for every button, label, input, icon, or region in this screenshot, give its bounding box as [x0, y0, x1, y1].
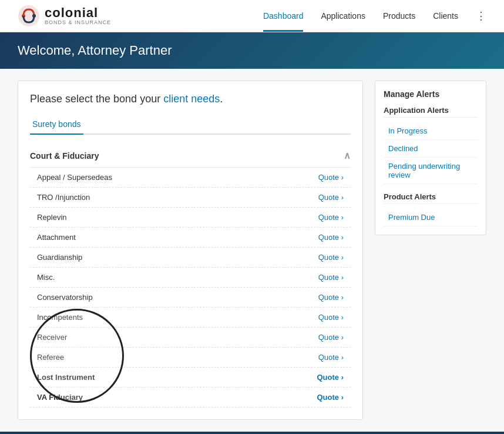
application-alert-item[interactable]: In Progress [384, 122, 478, 140]
product-alert-item[interactable]: Premium Due [384, 209, 478, 226]
bond-name: Attachment [37, 233, 76, 242]
bond-name: VA Fiduciary [37, 393, 83, 402]
svg-point-0 [18, 5, 39, 26]
quote-link[interactable]: Quote › [317, 393, 344, 402]
application-alerts-list: In ProgressDeclinedPending underwriting … [384, 122, 478, 184]
bond-name: Replevin [37, 213, 67, 222]
quote-link[interactable]: Quote › [318, 353, 344, 362]
bond-selector-panel: Please select the bond your client needs… [18, 81, 363, 420]
welcome-heading: Welcome, Attorney Partner [18, 43, 486, 58]
panel-heading: Please select the bond your client needs… [30, 93, 351, 105]
product-alerts-section: Product Alerts Premium Due [384, 192, 478, 226]
quote-link[interactable]: Quote › [318, 213, 344, 222]
logo-text: colonial BONDS & INSURANCE [45, 6, 111, 26]
hero-banner: Welcome, Attorney Partner [0, 32, 504, 69]
brand-sub: BONDS & INSURANCE [45, 20, 111, 26]
bond-item: Lost InstrumentQuote › [30, 368, 351, 388]
brand-name: colonial [45, 6, 111, 20]
bond-item: Misc.Quote › [30, 268, 351, 288]
quote-link[interactable]: Quote › [318, 293, 344, 302]
bond-name: Receiver [37, 333, 67, 342]
nav-products[interactable]: Products [383, 0, 415, 32]
bond-item: ConservatorshipQuote › [30, 288, 351, 308]
quote-link[interactable]: Quote › [318, 193, 344, 202]
bond-name: Appeal / Supersedeas [37, 173, 112, 182]
bond-name: Guardianship [37, 253, 82, 262]
bond-name: Referee [37, 353, 64, 362]
logo-icon [18, 5, 40, 27]
header: colonial BONDS & INSURANCE Dashboard App… [0, 0, 504, 32]
bond-name: Misc. [37, 273, 55, 282]
bond-name: Incompetents [37, 313, 83, 322]
application-alert-item[interactable]: Declined [384, 140, 478, 158]
quote-link[interactable]: Quote › [318, 233, 344, 242]
alerts-panel-title: Manage Alerts [384, 89, 478, 99]
bond-item: GuardianshipQuote › [30, 248, 351, 268]
bond-list: Appeal / SupersedeasQuote ›TRO /Injuncti… [30, 168, 351, 408]
nav-more-icon[interactable]: ⋮ [476, 9, 486, 22]
bond-item: IncompetentsQuote › [30, 308, 351, 328]
bond-item: RefereeQuote › [30, 348, 351, 368]
application-alert-item[interactable]: Pending underwriting review [384, 158, 478, 184]
tab-surety-bonds[interactable]: Surety bonds [30, 115, 83, 135]
logo[interactable]: colonial BONDS & INSURANCE [18, 5, 111, 27]
category-label: Court & Fiduciary [30, 151, 99, 161]
bond-item: ReplevinQuote › [30, 208, 351, 228]
application-alerts-title: Application Alerts [384, 106, 478, 118]
category-court-fiduciary[interactable]: Court & Fiduciary ∧ [30, 144, 351, 168]
bond-name: Conservatorship [37, 293, 93, 302]
bond-item: TRO /InjunctionQuote › [30, 188, 351, 208]
product-alerts-title: Product Alerts [384, 192, 478, 204]
quote-link[interactable]: Quote › [318, 173, 344, 182]
alerts-panel: Manage Alerts Application Alerts In Prog… [375, 81, 486, 235]
bond-list-wrapper: Appeal / SupersedeasQuote ›TRO /Injuncti… [30, 168, 351, 408]
product-alerts-list: Premium Due [384, 209, 478, 226]
bond-item: VA FiduciaryQuote › [30, 388, 351, 408]
bond-tabs: Surety bonds [30, 115, 351, 135]
nav-clients[interactable]: Clients [433, 0, 458, 32]
quote-link[interactable]: Quote › [318, 313, 344, 322]
nav-applications[interactable]: Applications [321, 0, 365, 32]
main-content: Please select the bond your client needs… [0, 69, 504, 432]
bond-item: Appeal / SupersedeasQuote › [30, 168, 351, 188]
chevron-up-icon: ∧ [344, 150, 351, 161]
quote-link[interactable]: Quote › [318, 333, 344, 342]
bond-name: TRO /Injunction [37, 193, 90, 202]
bond-item: AttachmentQuote › [30, 228, 351, 248]
main-nav: Dashboard Applications Products Clients … [263, 0, 486, 32]
bond-item: ReceiverQuote › [30, 328, 351, 348]
nav-dashboard[interactable]: Dashboard [263, 0, 304, 32]
bond-name: Lost Instrument [37, 373, 95, 382]
footer-cta: Call our Customer Service team today! 80… [0, 432, 504, 434]
quote-link[interactable]: Quote › [318, 253, 344, 262]
quote-link[interactable]: Quote › [317, 373, 344, 382]
quote-link[interactable]: Quote › [318, 273, 344, 282]
